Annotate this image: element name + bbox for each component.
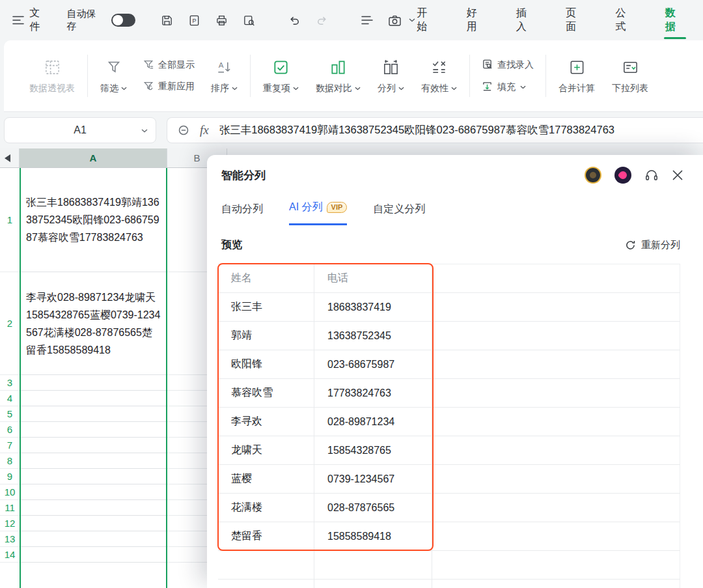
preview-cell: 花满楼 bbox=[218, 494, 314, 522]
cell-a5[interactable] bbox=[21, 406, 166, 422]
row-header-7[interactable]: 7 bbox=[0, 438, 20, 453]
cell-a7[interactable] bbox=[21, 438, 166, 453]
cell-a4[interactable] bbox=[21, 391, 166, 406]
sort-label: 排序 bbox=[211, 83, 229, 94]
preview-cell: 18683837419 bbox=[314, 293, 432, 322]
row-header-11[interactable]: 11 bbox=[0, 500, 20, 516]
row-header-13[interactable]: 13 bbox=[0, 531, 20, 547]
show-all-label: 全部显示 bbox=[158, 59, 195, 71]
preview-cell: 郭靖 bbox=[218, 322, 314, 350]
select-all-corner[interactable] bbox=[0, 148, 20, 168]
user-avatar[interactable] bbox=[585, 167, 601, 184]
tab-data[interactable]: 数据 bbox=[664, 3, 686, 38]
cell-a12[interactable] bbox=[21, 516, 166, 531]
tab-auto-split[interactable]: 自动分列 bbox=[221, 203, 263, 225]
cell-a9[interactable] bbox=[21, 469, 166, 484]
sort-icon: A bbox=[215, 57, 233, 77]
file-menu[interactable]: 文件 bbox=[29, 7, 49, 34]
tab-formula[interactable]: 公式 bbox=[614, 3, 636, 38]
row-header-10[interactable]: 10 bbox=[0, 484, 20, 500]
pivot-table-label: 数据透视表 bbox=[29, 83, 75, 94]
export-pdf-icon[interactable]: P bbox=[185, 11, 203, 29]
data-compare-button[interactable]: 数据对比 bbox=[307, 46, 369, 106]
find-entry-icon bbox=[482, 59, 493, 72]
preview-cell: 028-89871234 bbox=[314, 408, 432, 436]
row-header-14[interactable]: 14 bbox=[0, 547, 20, 563]
cell-a14[interactable] bbox=[21, 547, 166, 563]
cell-a6[interactable] bbox=[21, 422, 166, 438]
tab-ai-split[interactable]: AI 分列 VIP bbox=[289, 201, 347, 225]
preview-cell-empty bbox=[314, 551, 432, 580]
tab-home[interactable]: 开始 bbox=[415, 3, 437, 38]
text-to-columns-button[interactable]: 分列 bbox=[369, 46, 413, 106]
tab-insert[interactable]: 插入 bbox=[515, 3, 537, 38]
preview-cell: 李寻欢 bbox=[218, 408, 314, 436]
consolidate-icon bbox=[568, 57, 586, 77]
filter-button[interactable]: 筛选 bbox=[92, 46, 135, 106]
customize-toolbar-icon[interactable] bbox=[358, 11, 376, 29]
row-header-4[interactable]: 4 bbox=[0, 391, 20, 406]
preview-cell: 楚留香 bbox=[218, 522, 314, 551]
cell-a2[interactable]: 李寻欢028-89871234龙啸天15854328765蓝樱0739-1234… bbox=[21, 272, 166, 375]
find-entry-button[interactable]: 查找录入 bbox=[482, 59, 534, 72]
undo-icon[interactable] bbox=[285, 11, 303, 29]
close-icon[interactable] bbox=[672, 169, 683, 181]
reapply-button[interactable]: 重新应用 bbox=[143, 81, 195, 93]
cell-a11[interactable] bbox=[21, 500, 166, 516]
screenshot-button[interactable] bbox=[385, 11, 415, 29]
fill-icon bbox=[482, 81, 493, 94]
svg-text:A: A bbox=[219, 61, 224, 69]
preview-cell: 欧阳锋 bbox=[218, 350, 314, 379]
preview-cell: 慕容吹雪 bbox=[218, 379, 314, 408]
preview-cell-empty bbox=[314, 580, 432, 588]
tab-useful[interactable]: 好用 bbox=[465, 3, 488, 38]
fill-button[interactable]: 填充 bbox=[482, 81, 534, 94]
dropdown-list-button[interactable]: 下拉列表 bbox=[603, 46, 657, 106]
preview-cell-empty bbox=[432, 350, 680, 379]
preview-cell-empty bbox=[432, 379, 680, 408]
name-box[interactable]: A1 bbox=[4, 117, 156, 143]
ribbon-tab-strip: 开始 好用 插入 页面 公式 数据 bbox=[415, 3, 686, 38]
fx-icon[interactable]: fx bbox=[200, 123, 209, 137]
tab-page[interactable]: 页面 bbox=[564, 3, 586, 38]
chevron-down-icon[interactable] bbox=[141, 129, 148, 133]
formula-input[interactable]: fx 张三丰18683837419郭靖13638752345欧阳锋023-686… bbox=[167, 117, 703, 143]
data-validation-button[interactable]: 有效性 bbox=[413, 46, 465, 106]
consolidate-button[interactable]: 合并计算 bbox=[550, 46, 603, 106]
cell-a13[interactable] bbox=[21, 531, 166, 547]
row-header-3[interactable]: 3 bbox=[0, 375, 20, 391]
hamburger-menu-icon[interactable] bbox=[9, 11, 27, 29]
cell-a1[interactable]: 张三丰18683837419郭靖13638752345欧阳锋023-686759… bbox=[21, 168, 166, 272]
row-header-8[interactable]: 8 bbox=[0, 453, 20, 469]
cell-a8[interactable] bbox=[21, 453, 166, 469]
row-header-12[interactable]: 12 bbox=[0, 516, 20, 531]
tab-custom-split[interactable]: 自定义分列 bbox=[373, 203, 425, 225]
row-header-1[interactable]: 1 bbox=[0, 168, 20, 272]
row-header-9[interactable]: 9 bbox=[0, 469, 20, 484]
save-icon[interactable] bbox=[158, 11, 176, 29]
row-header-5[interactable]: 5 bbox=[0, 406, 20, 422]
column-header-a[interactable]: A bbox=[20, 148, 167, 168]
autosave-toggle[interactable] bbox=[111, 14, 135, 27]
preview-cell-empty bbox=[432, 322, 680, 350]
print-preview-icon[interactable] bbox=[240, 11, 258, 29]
dialog-title: 智能分列 bbox=[221, 168, 266, 183]
cell-a10[interactable] bbox=[21, 484, 166, 500]
search-icon[interactable] bbox=[178, 124, 189, 136]
print-icon[interactable] bbox=[212, 11, 230, 29]
headset-support-icon[interactable] bbox=[644, 168, 659, 182]
resplit-button[interactable]: 重新分列 bbox=[625, 239, 680, 251]
redo-icon[interactable] bbox=[312, 11, 331, 29]
sort-button[interactable]: A 排序 bbox=[202, 46, 246, 106]
row-header-2[interactable]: 2 bbox=[0, 272, 20, 375]
row-header-6[interactable]: 6 bbox=[0, 422, 20, 438]
preview-cell: 13638752345 bbox=[314, 322, 432, 350]
cell-a3[interactable] bbox=[21, 375, 166, 391]
chevron-down-icon bbox=[451, 87, 457, 91]
remove-duplicates-button[interactable]: 重复项 bbox=[255, 46, 307, 106]
duplicates-label: 重复项 bbox=[263, 83, 290, 94]
wps-ai-avatar[interactable] bbox=[614, 167, 631, 184]
pivot-table-button[interactable]: 数据透视表 bbox=[21, 46, 83, 106]
show-all-button[interactable]: 全部显示 bbox=[143, 59, 195, 72]
preview-cell-empty bbox=[432, 293, 680, 322]
